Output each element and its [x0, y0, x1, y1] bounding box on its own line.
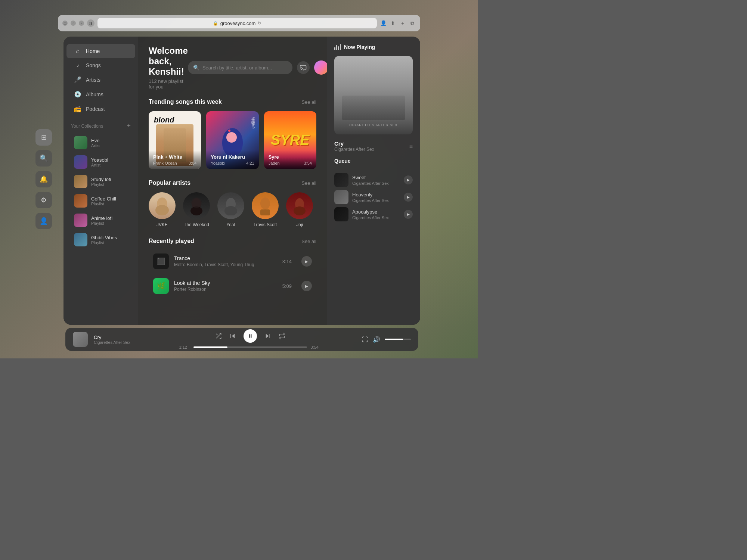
- queue-item-heavenly[interactable]: Heavenly Cigarettes After Sex ▶: [334, 190, 413, 204]
- nav-artists[interactable]: 🎤 Artists: [66, 72, 135, 87]
- browser-sidebar-btn[interactable]: ⊡: [62, 21, 68, 26]
- np-menu-btn[interactable]: ≡: [409, 143, 413, 150]
- progress-bar[interactable]: [193, 346, 307, 348]
- recent-see-all[interactable]: See all: [301, 239, 316, 244]
- artists-see-all[interactable]: See all: [301, 180, 316, 186]
- current-time: 1:12: [179, 345, 190, 349]
- np-album-text: CIGARETTES AFTER SEX: [349, 123, 398, 127]
- svg-rect-16: [249, 334, 249, 337]
- url-text: groovesync.com: [220, 21, 256, 26]
- browser-profile-btn[interactable]: 👤: [380, 20, 387, 27]
- yoru-text: 夜に駆ける: [251, 114, 256, 127]
- anime-name: Anime lofi: [91, 215, 112, 221]
- fullscreen-btn[interactable]: [362, 336, 368, 343]
- browser-theme-btn[interactable]: ◑: [87, 19, 94, 27]
- recent-0-duration: 3:14: [282, 259, 292, 264]
- float-settings-btn[interactable]: ⚙: [35, 192, 52, 208]
- recent-0-play[interactable]: ▶: [301, 256, 312, 267]
- trending-card-0[interactable]: blond Pink + White Frank Ocean 3:04: [149, 111, 201, 169]
- player-track-title: Cry: [94, 335, 139, 340]
- trending-card-2[interactable]: SYRE Syre Jaden 3:54: [264, 111, 316, 169]
- search-bar[interactable]: 🔍: [188, 61, 292, 74]
- collection-study[interactable]: Study lofi Playlist: [66, 172, 135, 191]
- content-header: Welcome back, Kenshii! 112 new playlist …: [149, 46, 316, 90]
- artist-yeat[interactable]: Yeat: [217, 192, 244, 227]
- recent-title: Recently played: [149, 238, 194, 245]
- browser-add-tab-btn[interactable]: +: [399, 20, 406, 27]
- browser-share-btn[interactable]: ⬆: [390, 20, 396, 27]
- next-btn[interactable]: [264, 333, 271, 339]
- nav-home[interactable]: ⌂ Home: [66, 44, 135, 58]
- trending-see-all[interactable]: See all: [301, 99, 316, 105]
- trending-0-duration: 3:04: [189, 161, 196, 165]
- progress-fill: [193, 346, 227, 348]
- nav-podcast-label: Podcast: [86, 106, 105, 112]
- trending-0-title: Pink + White: [153, 154, 196, 160]
- collection-eve[interactable]: Eve Artist: [66, 133, 135, 152]
- browser-tabs-btn[interactable]: ⧉: [409, 20, 416, 27]
- recent-1-play[interactable]: ▶: [301, 281, 312, 291]
- queue-list: Sweet Cigarettes After Sex ▶ Heavenly Ci…: [334, 173, 413, 221]
- queue-item-apocalypse[interactable]: Apocalypse Cigarettes After Sex ▶: [334, 207, 413, 221]
- syre-text: SYRE: [271, 132, 309, 148]
- player-progress: 1:12 3:54: [179, 345, 321, 349]
- artist-weeknd[interactable]: The Weeknd: [183, 192, 210, 227]
- trending-card-1[interactable]: 夜に駆ける Yoru ni Kakeru Yoasobi 4:21: [206, 111, 258, 169]
- browser-forward-btn[interactable]: ›: [79, 21, 84, 26]
- volume-bar[interactable]: [385, 339, 411, 340]
- apocalypse-name: Apocalypse: [352, 209, 400, 215]
- joji-avatar: [286, 192, 313, 219]
- url-bar[interactable]: 🔒 groovesync.com ↻: [97, 18, 377, 28]
- collection-yoasobi[interactable]: Yoasobi Artist: [66, 152, 135, 172]
- np-artist: Cigarettes After Sex: [334, 147, 374, 152]
- sweet-play-btn[interactable]: ▶: [404, 175, 413, 184]
- eve-info: Eve Artist: [91, 138, 100, 148]
- joji-face: [286, 192, 313, 219]
- pause-btn[interactable]: [244, 329, 257, 343]
- np-landscape: [342, 96, 405, 121]
- prev-btn[interactable]: [229, 333, 236, 339]
- trending-0-artist: Frank Ocean: [153, 161, 177, 165]
- collection-coffee[interactable]: Coffee Chill Playlist: [66, 191, 135, 211]
- svg-point-11: [294, 206, 306, 215]
- heavenly-play-btn[interactable]: ▶: [404, 193, 413, 202]
- podcast-icon: 📻: [74, 105, 81, 112]
- recent-item-1[interactable]: 🌿 Look at the Sky Porter Robinson 5:09 ▶: [149, 275, 316, 297]
- welcome-title: Welcome back, Kenshii!: [149, 46, 188, 77]
- collections-add-btn[interactable]: +: [127, 122, 131, 130]
- artists-row: JVKE The Weeknd Ye: [149, 192, 316, 227]
- queue-item-sweet[interactable]: Sweet Cigarettes After Sex ▶: [334, 173, 413, 187]
- collection-ghibli[interactable]: Ghibli Vibes Playlist: [66, 230, 135, 249]
- collection-anime[interactable]: Anime lofi Playlist: [66, 211, 135, 230]
- apocalypse-play-btn[interactable]: ▶: [404, 210, 413, 219]
- shuffle-btn[interactable]: [215, 333, 222, 339]
- nav-albums[interactable]: 💿 Albums: [66, 87, 135, 102]
- svg-point-5: [191, 197, 202, 208]
- home-icon: ⌂: [74, 48, 81, 55]
- total-time: 3:54: [311, 345, 321, 349]
- nav-podcast[interactable]: 📻 Podcast: [66, 102, 135, 116]
- svg-marker-14: [232, 334, 235, 338]
- header-right: 🔍: [188, 60, 327, 75]
- recent-item-0[interactable]: ⬛ Trance Metro Boomin, Travis Scott, You…: [149, 251, 316, 272]
- user-avatar[interactable]: [314, 60, 327, 75]
- float-notif-btn[interactable]: 🔔: [35, 171, 52, 187]
- player-track-info: Cry Cigarettes After Sex: [94, 335, 139, 345]
- artist-jvke[interactable]: JVKE: [149, 192, 176, 227]
- trending-title: Trending songs this week: [149, 99, 222, 105]
- floating-sidebar: ⊞ 🔍 🔔 ⚙ 👤: [35, 129, 52, 229]
- float-search-btn[interactable]: 🔍: [35, 150, 52, 167]
- browser-back-btn[interactable]: ‹: [71, 21, 76, 26]
- sweet-info: Sweet Cigarettes After Sex: [352, 175, 400, 186]
- cast-button[interactable]: [297, 61, 310, 74]
- artist-travis[interactable]: Travis Scott: [252, 192, 279, 227]
- float-profile-btn[interactable]: 👤: [35, 213, 52, 229]
- heavenly-thumb: [334, 190, 348, 204]
- recent-1-info: Look at the Sky Porter Robinson: [174, 280, 277, 292]
- artist-joji[interactable]: Joji: [286, 192, 313, 227]
- nav-songs[interactable]: ♪ Songs: [66, 58, 135, 72]
- float-grid-btn[interactable]: ⊞: [35, 129, 52, 146]
- repeat-btn[interactable]: [279, 333, 285, 339]
- search-input[interactable]: [202, 65, 287, 71]
- jvke-face: [149, 192, 176, 219]
